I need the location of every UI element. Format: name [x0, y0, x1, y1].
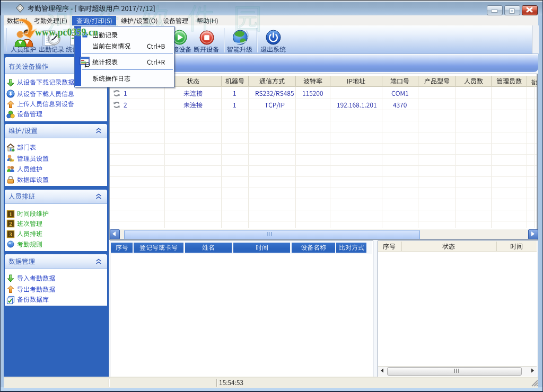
- svg-text:1: 1: [9, 211, 12, 217]
- svg-text:2: 2: [9, 220, 12, 227]
- svg-text:3: 3: [9, 231, 12, 237]
